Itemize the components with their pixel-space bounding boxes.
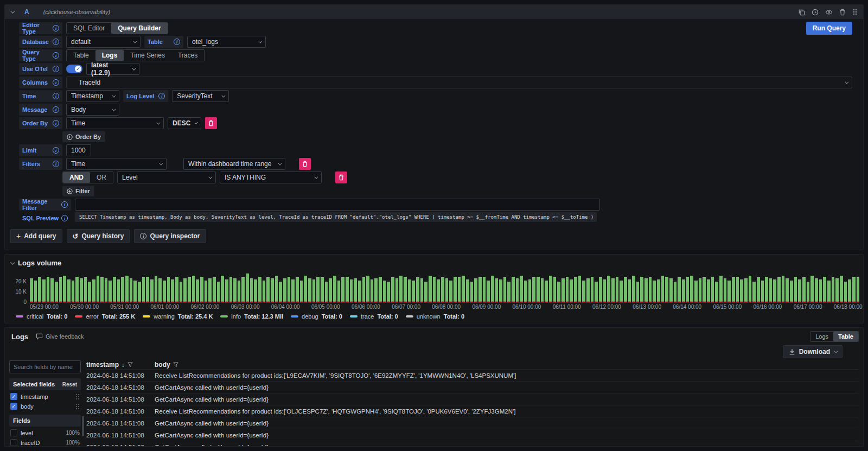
query-history-button[interactable]: ↺ Query history bbox=[67, 229, 130, 243]
body-column-header[interactable]: body bbox=[155, 361, 170, 369]
limit-input[interactable] bbox=[66, 144, 91, 156]
legend-item-info[interactable]: infoTotal: 12.3 Mil bbox=[220, 313, 283, 320]
volume-bar bbox=[271, 278, 274, 302]
info-icon[interactable]: i bbox=[61, 215, 68, 221]
volume-bar bbox=[100, 277, 104, 302]
volume-bar bbox=[470, 282, 474, 302]
info-icon[interactable]: i bbox=[53, 106, 59, 113]
hide-response-eye-icon[interactable] bbox=[825, 9, 833, 16]
table-row[interactable]: 2024-06-18 14:51:08GetCartAsync called w… bbox=[86, 417, 859, 429]
filter2-field-select[interactable]: Level bbox=[117, 171, 216, 183]
drag-grip-icon[interactable] bbox=[75, 403, 80, 410]
legend-item-critical[interactable]: criticalTotal: 0 bbox=[16, 313, 67, 320]
add-query-button[interactable]: + Add query bbox=[10, 229, 62, 243]
info-icon[interactable]: i bbox=[53, 52, 59, 59]
info-icon[interactable]: i bbox=[53, 39, 59, 45]
message-filter-input[interactable] bbox=[75, 199, 600, 211]
remove-filter2-button[interactable] bbox=[335, 171, 347, 183]
table-row[interactable]: 2024-06-18 14:51:08GetCartAsync called w… bbox=[86, 393, 859, 405]
filter-operator-select[interactable]: Within dashboard time range bbox=[183, 158, 285, 170]
query-type-traces[interactable]: Traces bbox=[171, 50, 204, 61]
filter-funnel-icon[interactable] bbox=[127, 362, 133, 367]
log-level-column-select[interactable]: SeverityText bbox=[172, 90, 229, 102]
sidebar-scrollbar[interactable] bbox=[82, 416, 84, 436]
order-by-direction-select[interactable]: DESC bbox=[168, 117, 201, 129]
drag-handle-icon[interactable] bbox=[852, 8, 858, 16]
checkbox-unchecked[interactable] bbox=[10, 429, 17, 436]
editor-type-sql-editor[interactable]: SQL Editor bbox=[67, 23, 111, 34]
plus-circle-icon bbox=[67, 134, 73, 140]
legend-item-unknown[interactable]: unknownTotal: 0 bbox=[406, 313, 464, 320]
legend-item-debug[interactable]: debugTotal: 0 bbox=[291, 313, 342, 320]
run-query-button[interactable]: Run Query bbox=[806, 22, 852, 35]
query-ref-id[interactable]: A bbox=[24, 8, 29, 16]
legend-item-error[interactable]: errorTotal: 255 K bbox=[75, 313, 135, 320]
editor-type-query-builder[interactable]: Query Builder bbox=[111, 23, 167, 34]
logs-volume-header[interactable]: Logs volume bbox=[9, 258, 859, 270]
filter-funnel-icon[interactable] bbox=[173, 362, 178, 367]
otel-version-select[interactable]: latest (1.2.9) bbox=[86, 63, 139, 75]
legend-item-warning[interactable]: warningTotal: 25.4 K bbox=[143, 313, 213, 320]
query-type-logs[interactable]: Logs bbox=[95, 50, 124, 61]
info-icon[interactable]: i bbox=[53, 120, 59, 126]
info-icon[interactable]: i bbox=[53, 161, 59, 167]
add-filter-button[interactable]: Filter bbox=[62, 186, 94, 196]
order-by-field-select[interactable]: Time bbox=[66, 117, 164, 129]
info-icon[interactable]: i bbox=[53, 79, 59, 86]
remove-query-trash-icon[interactable] bbox=[839, 9, 846, 16]
checkbox-unchecked[interactable] bbox=[10, 439, 17, 446]
query-type-time-series[interactable]: Time Series bbox=[124, 50, 171, 61]
view-table-option[interactable]: Table bbox=[833, 332, 858, 341]
timestamp-column-header[interactable]: timestamp bbox=[86, 361, 119, 369]
collapse-chevron-icon[interactable] bbox=[10, 9, 15, 13]
info-icon[interactable]: i bbox=[174, 39, 180, 45]
view-logs-option[interactable]: Logs bbox=[810, 332, 833, 341]
checkbox-checked[interactable]: ✓ bbox=[10, 393, 17, 400]
volume-bar bbox=[445, 278, 449, 302]
table-select[interactable]: otel_logs bbox=[187, 36, 266, 48]
message-column-select[interactable]: Body bbox=[66, 104, 119, 116]
table-row[interactable]: 2024-06-18 14:51:08GetCartAsync called w… bbox=[86, 441, 859, 446]
filter-or-option[interactable]: OR bbox=[90, 172, 113, 183]
info-icon[interactable]: i bbox=[53, 66, 59, 72]
info-icon[interactable]: i bbox=[53, 147, 59, 154]
table-row[interactable]: 2024-06-18 14:51:08Receive ListRecommend… bbox=[86, 370, 859, 382]
query-type-table[interactable]: Table bbox=[67, 50, 95, 61]
info-icon[interactable]: i bbox=[53, 93, 59, 99]
duplicate-query-icon[interactable] bbox=[798, 9, 805, 16]
table-row[interactable]: 2024-06-18 14:51:08GetCartAsync called w… bbox=[86, 382, 859, 393]
volume-bar bbox=[171, 280, 174, 302]
filter-and-option[interactable]: AND bbox=[63, 172, 90, 183]
give-feedback-link[interactable]: Give feedback bbox=[36, 333, 84, 340]
filter-field-select[interactable]: Time bbox=[66, 158, 167, 170]
add-order-by-button[interactable]: Order By bbox=[62, 131, 105, 142]
sort-desc-icon[interactable]: ↓ bbox=[122, 361, 125, 368]
chart-plot-area[interactable] bbox=[30, 270, 859, 303]
table-row[interactable]: 2024-06-18 14:51:08Receive ListRecommend… bbox=[86, 405, 859, 417]
volume-bar bbox=[387, 282, 390, 302]
reset-fields-button[interactable]: Reset bbox=[62, 382, 77, 388]
legend-item-trace[interactable]: traceTotal: 0 bbox=[350, 313, 398, 320]
download-button[interactable]: Download bbox=[783, 345, 843, 358]
drag-grip-icon[interactable] bbox=[75, 393, 80, 400]
volume-bar bbox=[205, 281, 208, 302]
use-otel-toggle[interactable]: ✓ bbox=[66, 65, 82, 73]
search-fields-input[interactable] bbox=[9, 360, 81, 373]
info-icon[interactable]: i bbox=[61, 201, 68, 208]
volume-bar bbox=[213, 277, 216, 302]
database-select[interactable]: default bbox=[66, 36, 141, 48]
columns-multiselect[interactable]: TraceId bbox=[66, 77, 852, 88]
remove-filter-button[interactable] bbox=[299, 158, 311, 170]
time-column-select[interactable]: Timestamp bbox=[66, 90, 119, 102]
query-history-icon[interactable] bbox=[812, 9, 819, 16]
filter2-operator-select[interactable]: IS ANYTHING bbox=[220, 171, 322, 183]
table-row[interactable]: 2024-06-18 14:51:08GetCartAsync called w… bbox=[86, 429, 859, 441]
query-inspector-button[interactable]: i Query inspector bbox=[134, 229, 206, 243]
remove-order-by-button[interactable] bbox=[205, 117, 217, 129]
info-icon[interactable]: i bbox=[158, 93, 165, 99]
info-icon[interactable]: i bbox=[53, 25, 59, 31]
available-field-level: level100% bbox=[9, 427, 81, 436]
legend-label: trace bbox=[361, 313, 374, 320]
checkbox-checked[interactable]: ✓ bbox=[10, 403, 17, 410]
volume-bar bbox=[644, 278, 648, 302]
